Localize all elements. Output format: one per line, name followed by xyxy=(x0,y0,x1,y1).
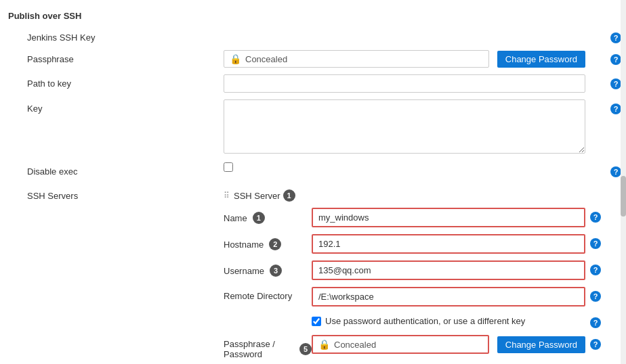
server-username-help[interactable]: ? xyxy=(585,260,606,275)
server-passphrase-concealed-field: 🔒 Concealed xyxy=(312,335,489,354)
key-row: Key ? xyxy=(0,96,626,159)
path-to-key-input-col xyxy=(224,74,606,93)
server-passphrase-label: Passphrase / Password xyxy=(224,339,294,359)
server-username-row: Username 3 ? xyxy=(224,257,606,283)
server-hostname-help[interactable]: ? xyxy=(585,234,606,249)
help-icon-path-to-key[interactable]: ? xyxy=(610,78,621,89)
help-icon-disable-exec[interactable]: ? xyxy=(610,166,621,177)
server-name-label-col: Name 1 xyxy=(224,208,312,224)
server-username-label: Username xyxy=(224,266,264,276)
server-change-password-button[interactable]: Change Password xyxy=(497,336,585,353)
name-number-badge: 1 xyxy=(253,212,265,224)
server-passphrase-input-col: 🔒 Concealed Change Password xyxy=(312,335,585,354)
jenkins-ssh-key-label: Jenkins SSH Key xyxy=(0,28,224,43)
disable-exec-checkbox[interactable] xyxy=(224,162,233,172)
passphrase-label: Passphrase xyxy=(0,50,224,64)
use-password-label: Use password authentication, or use a di… xyxy=(325,316,525,326)
key-input-col xyxy=(224,99,606,156)
ssh-servers-row: SSH Servers ⠿ SSH Server 1 Name 1 ? xyxy=(0,183,626,364)
scrollbar-track xyxy=(621,0,626,364)
ssh-servers-label: SSH Servers xyxy=(0,187,224,201)
use-password-row: Use password authentication, or use a di… xyxy=(224,310,606,332)
server-username-input-col xyxy=(312,260,585,280)
ssh-server-header: ⠿ SSH Server 1 xyxy=(224,187,606,204)
server-remote-dir-help[interactable]: ? xyxy=(585,287,606,302)
passphrase-field-group: 🔒 Concealed Change Password xyxy=(224,50,585,68)
server-remote-dir-input[interactable] xyxy=(312,287,585,306)
server-hostname-row: Hostname 2 ? xyxy=(224,231,606,257)
server-username-label-col: Username 3 xyxy=(224,260,312,277)
server-remote-dir-row: Remote Directory ? xyxy=(224,283,606,310)
server-name-help[interactable]: ? xyxy=(585,208,606,223)
disable-exec-row: Disable exec ? xyxy=(0,159,626,181)
help-icon-server-passphrase[interactable]: ? xyxy=(590,339,601,350)
path-to-key-row: Path to key ? xyxy=(0,71,626,96)
server-remote-dir-label-col: Remote Directory xyxy=(224,287,312,301)
ssh-servers-col: ⠿ SSH Server 1 Name 1 ? Ho xyxy=(224,187,626,364)
scrollbar-thumb[interactable] xyxy=(621,176,626,217)
username-number-badge: 3 xyxy=(270,265,282,277)
disable-exec-label: Disable exec xyxy=(0,162,224,177)
help-icon-server-remote-dir[interactable]: ? xyxy=(590,291,601,302)
lock-icon-server: 🔒 xyxy=(318,339,330,350)
server-passphrase-label-col: Passphrase / Password 5 xyxy=(224,335,312,359)
server-remote-dir-label: Remote Directory xyxy=(224,291,292,301)
passphrase-change-password-button[interactable]: Change Password xyxy=(497,51,585,68)
drag-handle-icon: ⠿ xyxy=(224,191,230,200)
server-remote-dir-input-col xyxy=(312,287,585,306)
help-icon-server-name[interactable]: ? xyxy=(590,212,601,223)
help-icon-server-username[interactable]: ? xyxy=(590,265,601,275)
server-passphrase-row: Passphrase / Password 5 🔒 Concealed Chan… xyxy=(224,332,606,363)
help-icon-key[interactable]: ? xyxy=(610,104,621,114)
lock-icon: 🔒 xyxy=(230,53,241,64)
jenkins-ssh-key-row: Jenkins SSH Key ? xyxy=(0,25,626,47)
server-hostname-input[interactable] xyxy=(312,234,585,254)
hostname-number-badge: 2 xyxy=(269,238,281,250)
path-to-key-label: Path to key xyxy=(0,74,224,89)
server-name-input[interactable] xyxy=(312,208,585,227)
passphrase-number-badge: 5 xyxy=(299,343,312,355)
passphrase-concealed-text: Concealed xyxy=(245,54,483,64)
use-password-help[interactable]: ? xyxy=(585,313,606,328)
path-to-key-input[interactable] xyxy=(224,74,585,93)
server-name-row: Name 1 ? xyxy=(224,204,606,231)
section-title: Publish over SSH xyxy=(0,7,626,25)
publish-over-ssh-container: Publish over SSH Jenkins SSH Key ? Passp… xyxy=(0,0,626,364)
help-icon-jenkins[interactable]: ? xyxy=(610,32,621,43)
server-hostname-label: Hostname xyxy=(224,240,264,250)
key-textarea[interactable] xyxy=(224,99,585,154)
help-icon-passphrase[interactable]: ? xyxy=(610,54,621,65)
server-number-badge: 1 xyxy=(283,189,295,202)
help-icon-use-password[interactable]: ? xyxy=(590,317,601,328)
server-username-input[interactable] xyxy=(312,260,585,280)
server-passphrase-help[interactable]: ? xyxy=(585,335,606,350)
use-password-checkbox[interactable] xyxy=(312,317,321,326)
passphrase-row: Passphrase 🔒 Concealed Change Password ? xyxy=(0,47,626,71)
server-passphrase-field-group: 🔒 Concealed Change Password xyxy=(312,335,585,354)
ssh-server-header-label: SSH Server xyxy=(234,191,280,201)
passphrase-concealed-field: 🔒 Concealed xyxy=(224,50,489,68)
passphrase-input-col: 🔒 Concealed Change Password xyxy=(224,50,606,68)
use-password-checkbox-col: Use password authentication, or use a di… xyxy=(312,313,585,326)
server-passphrase-concealed-text: Concealed xyxy=(334,340,482,350)
server-name-label: Name xyxy=(224,213,247,223)
help-icon-server-hostname[interactable]: ? xyxy=(590,238,601,249)
server-hostname-label-col: Hostname 2 xyxy=(224,234,312,250)
key-label: Key xyxy=(0,99,224,114)
disable-exec-input-col xyxy=(224,162,606,174)
server-hostname-input-col xyxy=(312,234,585,254)
server-name-input-col xyxy=(312,208,585,227)
